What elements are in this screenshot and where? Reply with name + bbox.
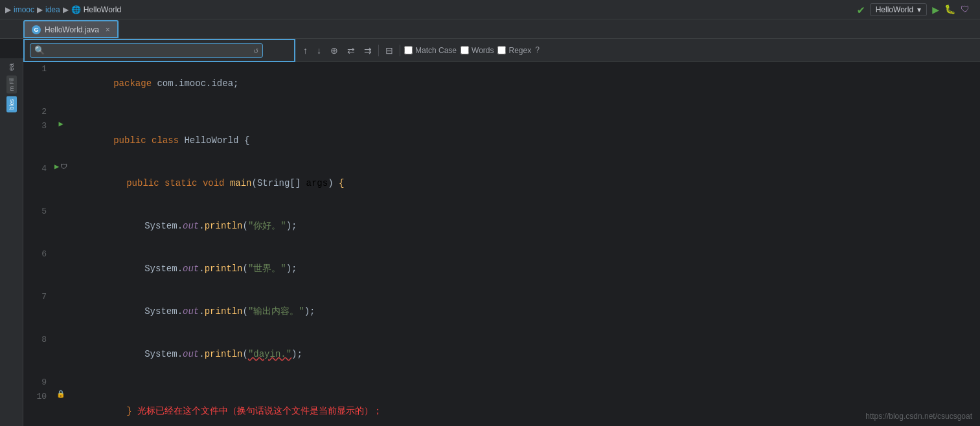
run-config-dropdown[interactable]: HelloWorld ▾ xyxy=(870,3,927,16)
top-bar: ▶ imooc ▶ idea ▶ 🌐 HelloWorld ✔ HelloWor… xyxy=(0,0,980,19)
editor-main: 1 package com.imooc.idea; 2 3 ▶ public c… xyxy=(23,39,980,426)
left-sidebar: ea m Fil bles xyxy=(0,58,23,426)
line-num-10: 10 xyxy=(23,390,54,404)
run-arrow-4[interactable]: ▶ xyxy=(54,162,59,172)
code-line-2: 2 xyxy=(23,105,980,119)
lock-icon-10: 🔒 xyxy=(56,390,65,398)
toolbar-separator xyxy=(378,45,379,56)
tab-label: HelloWorld.java xyxy=(45,25,99,34)
line-num-2: 2 xyxy=(23,105,54,119)
search-refresh-icon[interactable]: ↺ xyxy=(253,45,258,56)
dropdown-chevron-icon: ▾ xyxy=(917,5,921,14)
match-case-checkbox-group[interactable]: Match Case xyxy=(404,46,457,55)
code-text-6: System.out.println("世界。"); xyxy=(67,247,980,290)
breadcrumb-imooc-label: imooc xyxy=(14,5,34,14)
code-text-4: public static void main(String[] args) { xyxy=(67,162,980,205)
match-case-label: Match Case xyxy=(415,46,457,55)
code-area: 1 package com.imooc.idea; 2 3 ▶ public c… xyxy=(23,39,980,426)
tab-bar: G HelloWorld.java × xyxy=(0,19,980,39)
regex-label: Regex xyxy=(508,46,531,55)
breadcrumb-sep1: ▶ xyxy=(37,5,43,14)
breadcrumb-idea-label: idea xyxy=(45,5,60,14)
sidebar-tab-tables[interactable]: bles xyxy=(6,96,17,113)
code-text-7: System.out.println("输出内容。"); xyxy=(67,290,980,333)
search-target-button[interactable]: ⊕ xyxy=(328,45,341,56)
search-replace2-button[interactable]: ⇉ xyxy=(361,45,374,56)
line-num-6: 6 xyxy=(23,247,54,262)
code-line-7: 7 System.out.println("输出内容。"); xyxy=(23,290,980,333)
run-button-icon[interactable]: ▶ xyxy=(932,3,939,17)
tab-close-button[interactable]: × xyxy=(106,25,110,34)
breadcrumb-file-icon: 🌐 xyxy=(71,5,81,14)
gutter-10: 🔒 xyxy=(54,390,67,398)
regex-checkbox-group[interactable]: Regex xyxy=(497,46,531,55)
gutter-4: ▶ 🛡 xyxy=(54,162,67,172)
search-down-button[interactable]: ↓ xyxy=(314,45,324,56)
regex-checkbox[interactable] xyxy=(497,46,506,54)
breadcrumb-imooc: ▶ xyxy=(5,5,11,14)
java-file-icon: G xyxy=(32,25,41,34)
search-toolbar: 🔍 ↺ xyxy=(23,39,295,62)
sidebar-tab-files[interactable]: m Fil xyxy=(6,76,17,94)
code-line-1: 1 package com.imooc.idea; xyxy=(23,62,980,105)
line-num-9: 9 xyxy=(23,376,54,390)
line-num-7: 7 xyxy=(23,290,54,304)
run-config-label: HelloWorld xyxy=(876,5,913,14)
search-up-button[interactable]: ↑ xyxy=(301,45,310,56)
code-text-9 xyxy=(67,376,980,390)
code-line-4: 4 ▶ 🛡 public static void main(String[] a… xyxy=(23,162,980,205)
green-checkmark-icon: ✔ xyxy=(858,3,865,17)
code-text-1: package com.imooc.idea; xyxy=(67,62,980,105)
search-input[interactable] xyxy=(47,46,251,56)
gutter-3: ▶ xyxy=(54,119,67,129)
find-toolbar-right: ↑ ↓ ⊕ ⇄ ⇉ ⊟ Match Case Words Regex ? xyxy=(295,39,980,62)
code-text-3: public class HelloWorld { xyxy=(67,119,980,162)
code-line-5: 5 System.out.println("你好。"); xyxy=(23,205,980,247)
breadcrumb: ▶ imooc ▶ idea ▶ 🌐 HelloWorld xyxy=(5,5,121,14)
toolbar-separator2 xyxy=(400,45,400,56)
bookmark-4: 🛡 xyxy=(60,163,67,171)
top-right-icons: ✔ HelloWorld ▾ ▶ 🐛 🛡 xyxy=(858,3,975,17)
code-text-5: System.out.println("你好。"); xyxy=(67,205,980,247)
code-line-3: 3 ▶ public class HelloWorld { xyxy=(23,119,980,162)
breadcrumb-helloworld: HelloWorld xyxy=(84,5,121,14)
words-checkbox-group[interactable]: Words xyxy=(461,46,494,55)
words-label: Words xyxy=(472,46,494,55)
run-arrow-3[interactable]: ▶ xyxy=(58,119,63,129)
tab-helloworld[interactable]: G HelloWorld.java × xyxy=(23,20,119,38)
breadcrumb-sep2: ▶ xyxy=(63,5,69,14)
line-num-5: 5 xyxy=(23,205,54,219)
coverage-icon[interactable]: 🛡 xyxy=(961,5,970,15)
words-checkbox[interactable] xyxy=(461,46,469,54)
search-input-wrap: 🔍 ↺ xyxy=(30,43,263,58)
watermark: https://blog.csdn.net/csucsgoat xyxy=(865,412,972,421)
search-replace-button[interactable]: ⇄ xyxy=(345,45,358,56)
code-line-8: 8 System.out.println("dayin."); xyxy=(23,333,980,376)
line-num-3: 3 xyxy=(23,119,54,133)
line-num-1: 1 xyxy=(23,62,54,76)
code-text-10: } 光标已经在这个文件中（换句话说这个文件是当前显示的）； xyxy=(67,390,980,426)
code-text-2 xyxy=(67,105,980,119)
sidebar-label-ea[interactable]: ea xyxy=(6,61,16,73)
debug-icon[interactable]: 🐛 xyxy=(944,4,955,15)
line-num-4: 4 xyxy=(23,162,54,176)
line-num-8: 8 xyxy=(23,333,54,347)
search-icon: 🔍 xyxy=(34,45,45,56)
code-text-8: System.out.println("dayin."); xyxy=(67,333,980,376)
match-case-checkbox[interactable] xyxy=(404,46,413,54)
code-line-10: 10 🔒 } 光标已经在这个文件中（换句话说这个文件是当前显示的）； xyxy=(23,390,980,426)
help-icon[interactable]: ? xyxy=(535,46,540,55)
code-line-6: 6 System.out.println("世界。"); xyxy=(23,247,980,290)
code-line-9: 9 xyxy=(23,376,980,390)
filter-button[interactable]: ⊟ xyxy=(383,45,396,56)
